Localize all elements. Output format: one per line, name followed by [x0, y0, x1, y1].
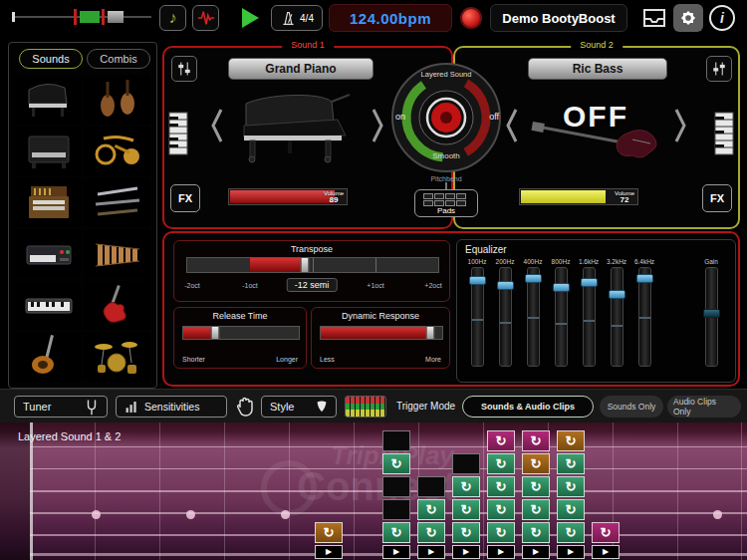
- eq-fader-handle[interactable]: [636, 274, 653, 283]
- sound1-mixer-button[interactable]: [171, 56, 197, 82]
- sound1-prev-button[interactable]: [210, 108, 226, 147]
- mixer-preset-button[interactable]: [345, 396, 386, 418]
- master-level-slider[interactable]: [12, 9, 151, 25]
- settings-button[interactable]: [673, 4, 703, 32]
- instrument-clavinet[interactable]: [15, 127, 82, 176]
- clip-cell-green[interactable]: ↻: [487, 476, 515, 497]
- eq-fader-handle[interactable]: [469, 276, 486, 285]
- sound1-name-button[interactable]: Grand Piano: [228, 58, 374, 80]
- eq-fader-handle[interactable]: [581, 278, 598, 287]
- clip-column-play-button[interactable]: ▶: [417, 545, 445, 559]
- eq-fader-track[interactable]: [527, 267, 540, 367]
- eq-fader-track[interactable]: [638, 267, 651, 367]
- preset-button[interactable]: Demo BootyBoost: [490, 4, 627, 32]
- clip-slot-empty[interactable]: [382, 476, 410, 497]
- instrument-brass[interactable]: [84, 127, 150, 176]
- clip-cell-magenta[interactable]: ↻: [522, 430, 550, 451]
- clip-cell-green[interactable]: ↻: [557, 453, 585, 474]
- metronome-button[interactable]: 4/4: [271, 5, 323, 31]
- sound-mode-button[interactable]: ♪: [159, 5, 186, 31]
- instrument-drum-kit[interactable]: [84, 332, 150, 382]
- instrument-organ[interactable]: [15, 177, 82, 227]
- clip-cell-green[interactable]: ↻: [487, 499, 515, 520]
- eq-fader-track[interactable]: [611, 267, 623, 367]
- clip-cell-green[interactable]: ↻: [452, 476, 480, 497]
- clip-cell-green[interactable]: ↻: [382, 522, 410, 543]
- sound1-next-button[interactable]: [371, 108, 386, 147]
- clip-column-play-button[interactable]: ▶: [522, 545, 550, 559]
- clip-cell-magenta[interactable]: ↻: [487, 430, 515, 451]
- clip-cell-orange[interactable]: ↻: [315, 522, 343, 543]
- clip-cell-green[interactable]: ↻: [417, 522, 445, 543]
- clip-column-play-button[interactable]: ▶: [592, 545, 620, 559]
- info-button[interactable]: i: [709, 5, 735, 31]
- sensitivities-button[interactable]: Sensitivities: [116, 396, 227, 418]
- clip-slot-empty[interactable]: [417, 476, 445, 497]
- layered-sound-knob[interactable]: Layered Sound on off Smooth: [390, 62, 502, 173]
- sound2-mixer-button[interactable]: [706, 56, 732, 82]
- tuner-button[interactable]: Tuner: [14, 396, 108, 418]
- release-slider[interactable]: [182, 326, 300, 340]
- audio-clip-mode-button[interactable]: [192, 5, 219, 31]
- clip-column-play-button[interactable]: ▶: [315, 545, 343, 559]
- instrument-bass-guitar[interactable]: [15, 332, 82, 382]
- sound2-volume-slider[interactable]: Volume 72: [519, 188, 638, 205]
- tab-combis[interactable]: Combis: [87, 49, 150, 69]
- transpose-handle[interactable]: [301, 257, 310, 273]
- sound2-name-button[interactable]: Ric Bass: [528, 58, 667, 80]
- clip-slot-empty[interactable]: [382, 430, 410, 451]
- library-button[interactable]: [641, 7, 667, 33]
- instrument-grand-piano[interactable]: [15, 75, 82, 125]
- eq-fader-track[interactable]: [471, 267, 484, 367]
- tab-sounds[interactable]: Sounds: [19, 49, 83, 69]
- sound2-fx-button[interactable]: FX: [702, 184, 732, 212]
- fretboard-view[interactable]: Layered Sound 1 & 2 TriplePlay Connect ↻…: [0, 422, 747, 560]
- clip-cell-green[interactable]: ↻: [522, 499, 550, 520]
- dynamic-slider[interactable]: [320, 326, 443, 340]
- play-button[interactable]: [242, 8, 259, 28]
- clip-cell-green[interactable]: ↻: [452, 499, 480, 520]
- trigger-mode-clips-only[interactable]: Audio Clips Only: [667, 396, 741, 418]
- instrument-synth-keyboard[interactable]: [15, 229, 82, 279]
- eq-fader-handle[interactable]: [553, 283, 570, 292]
- clip-cell-green[interactable]: ↻: [522, 522, 550, 543]
- instrument-marimba[interactable]: [84, 229, 150, 279]
- clip-cell-green[interactable]: ↻: [522, 476, 550, 497]
- instrument-orchestra-strings[interactable]: [84, 75, 150, 125]
- clip-column-play-button[interactable]: ▶: [382, 545, 410, 559]
- sound2-next-button[interactable]: [673, 108, 689, 147]
- clip-slot-empty[interactable]: [382, 499, 410, 520]
- eq-fader-handle[interactable]: [525, 274, 542, 283]
- clip-cell-green[interactable]: ↻: [487, 453, 515, 474]
- pads-button[interactable]: Pads: [414, 189, 478, 217]
- hand-mode-button[interactable]: [235, 395, 255, 422]
- eq-fader-track[interactable]: [555, 267, 568, 367]
- sound2-keyboard-range-button[interactable]: [714, 112, 734, 159]
- style-button[interactable]: Style: [261, 396, 337, 418]
- clip-cell-green[interactable]: ↻: [487, 522, 515, 543]
- clip-slot-empty[interactable]: [452, 453, 480, 474]
- dynamic-handle[interactable]: [425, 326, 434, 340]
- clip-cell-green[interactable]: ↻: [382, 453, 410, 474]
- bpm-display[interactable]: 124.00bpm: [329, 4, 452, 32]
- clip-cell-magenta[interactable]: ↻: [592, 522, 620, 543]
- clip-column-play-button[interactable]: ▶: [452, 545, 480, 559]
- eq-fader-handle[interactable]: [497, 281, 514, 290]
- instrument-stage-keyboard[interactable]: [15, 281, 82, 331]
- clip-column-play-button[interactable]: ▶: [557, 545, 585, 559]
- eq-fader-track[interactable]: [583, 267, 596, 367]
- release-handle[interactable]: [211, 326, 220, 340]
- sound1-fx-button[interactable]: FX: [170, 184, 200, 212]
- clip-cell-green[interactable]: ↻: [452, 522, 480, 543]
- eq-fader-track[interactable]: [499, 267, 512, 367]
- gain-fader-track[interactable]: [705, 267, 718, 367]
- clip-cell-green[interactable]: ↻: [557, 476, 585, 497]
- clip-cell-green[interactable]: ↻: [417, 499, 445, 520]
- instrument-woodwinds[interactable]: [84, 177, 150, 227]
- instrument-electric-guitar[interactable]: [84, 281, 150, 331]
- clip-cell-orange[interactable]: ↻: [522, 453, 550, 474]
- clip-cell-green[interactable]: ↻: [557, 522, 585, 543]
- clip-cell-green[interactable]: ↻: [557, 499, 585, 520]
- eq-fader-handle[interactable]: [609, 290, 625, 299]
- clip-cell-orange[interactable]: ↻: [557, 430, 585, 451]
